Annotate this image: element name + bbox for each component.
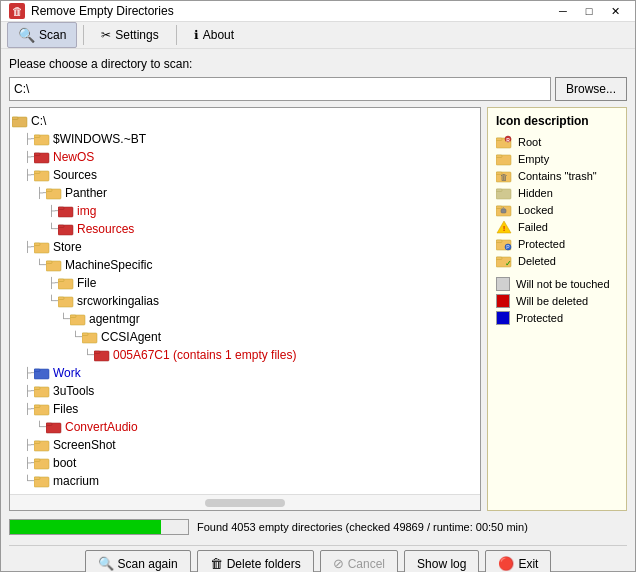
icon-description-panel: Icon description R Root [487,107,627,511]
main-area: C:\ ├─ $WINDOWS.~BT [9,107,627,511]
app-icon: 🗑 [9,3,25,19]
cancel-button[interactable]: ⊘ Cancel [320,550,398,572]
delete-folders-button[interactable]: 🗑 Delete folders [197,550,314,572]
svg-text:R: R [506,137,510,143]
legend-protected-color-label: Protected [516,312,563,324]
tree-row[interactable]: └─ MachineSpecific [10,256,480,274]
tree-row[interactable]: ├─ Store [10,238,480,256]
folder-icon [34,474,50,488]
progress-area: Found 4053 empty directories (checked 49… [9,517,627,537]
tree-row[interactable]: └─ srcworkingalias [10,292,480,310]
svg-rect-24 [70,315,76,318]
svg-rect-36 [46,423,52,426]
show-log-button[interactable]: Show log [404,550,479,572]
folder-icon-blue [34,366,50,380]
svg-rect-4 [34,135,40,138]
about-button[interactable]: ℹ About [183,23,245,47]
folder-icon-red [34,150,50,164]
legend-not-touched-label: Will not be touched [516,278,610,290]
tree-row[interactable]: └─ CCSIAgent [10,328,480,346]
browse-button[interactable]: Browse... [555,77,627,101]
folder-icon [46,258,62,272]
tree-row[interactable]: ├─ boot [10,454,480,472]
tree-row[interactable]: ├─ img [10,202,480,220]
svg-rect-48 [496,155,502,158]
close-button[interactable]: ✕ [603,1,627,21]
settings-button[interactable]: ✂ Settings [90,23,169,47]
tree-row[interactable]: ├─ Files [10,400,480,418]
folder-icon-red [94,348,110,362]
legend-protected-color: Protected [496,311,618,325]
failed-icon: ! [496,220,512,234]
folder-icon [34,456,50,470]
directory-row: Browse... [9,77,627,101]
root-icon: R [496,135,512,149]
tree-row[interactable]: └─ ConvertAudio [10,418,480,436]
svg-text:🗑: 🗑 [500,173,508,182]
tree-row[interactable]: ├─ ScreenShot [10,436,480,454]
legend-locked: Locked [496,203,618,217]
svg-rect-28 [94,351,100,354]
svg-rect-60 [496,240,502,243]
folder-icon [34,240,50,254]
tree-row[interactable]: └─ macrium [10,472,480,490]
legend-hidden-label: Hidden [518,187,553,199]
main-window: 🗑 Remove Empty Directories ─ □ ✕ 🔍 Scan … [0,0,636,572]
tree-scroll[interactable]: C:\ ├─ $WINDOWS.~BT [10,108,480,494]
legend-failed-label: Failed [518,221,548,233]
folder-icon-red [58,204,74,218]
progress-text: Found 4053 empty directories (checked 49… [197,521,528,533]
folder-icon [34,168,50,182]
tree-row[interactable]: └─ 005A67C1 (contains 1 empty files) [10,346,480,364]
svg-rect-2 [12,117,27,127]
settings-icon: ✂ [101,28,111,42]
tree-row[interactable]: ├─ Sources [10,166,480,184]
legend-root-label: Root [518,136,541,148]
show-log-label: Show log [417,557,466,571]
tree-row[interactable]: ├─ $WINDOWS.~BT [10,130,480,148]
tree-row[interactable]: ├─ NewOS [10,148,480,166]
icon-panel-title: Icon description [496,114,618,128]
folder-icon-red [58,222,74,236]
legend-will-delete-label: Will be deleted [516,295,588,307]
about-label: About [203,28,234,42]
action-bar: 🔍 Scan again 🗑 Delete folders ⊘ Cancel S… [9,545,627,572]
directory-input[interactable] [9,77,551,101]
tree-row[interactable]: ├─ Work [10,364,480,382]
svg-rect-14 [58,225,64,228]
tree-row[interactable]: └─ agentmgr [10,310,480,328]
tree-horizontal-scrollbar[interactable] [10,494,480,510]
settings-label: Settings [115,28,158,42]
window-controls: ─ □ ✕ [551,1,627,21]
tree-row[interactable]: C:\ [10,112,480,130]
folder-icon [12,114,28,128]
color-legend: Will not be touched Will be deleted Prot… [496,277,618,325]
h-scroll-thumb[interactable] [205,499,285,507]
maximize-button[interactable]: □ [577,1,601,21]
protected-icon: P [496,237,512,251]
scan-button[interactable]: 🔍 Scan [7,22,77,48]
tree-row[interactable]: └─ Resources [10,220,480,238]
scan-again-button[interactable]: 🔍 Scan again [85,550,191,572]
exit-button[interactable]: 🔴 Exit [485,550,551,572]
svg-rect-8 [34,171,40,174]
tree-row[interactable]: ├─ 3uTools [10,382,480,400]
folder-icon [34,402,50,416]
folder-icon [82,330,98,344]
svg-rect-12 [58,207,64,210]
scan-label: Scan [39,28,66,42]
legend-trash: 🗑 Contains "trash" [496,169,618,183]
scan-again-label: Scan again [118,557,178,571]
svg-rect-64 [496,257,502,260]
tree-row[interactable]: ├─ Panther [10,184,480,202]
trash-icon: 🗑 [496,169,512,183]
legend-hidden: Hidden [496,186,618,200]
legend-empty: Empty [496,152,618,166]
minimize-button[interactable]: ─ [551,1,575,21]
exit-icon: 🔴 [498,556,514,571]
legend-deleted: ✓ Deleted [496,254,618,268]
scan-again-icon: 🔍 [98,556,114,571]
tree-row[interactable]: ├─ File [10,274,480,292]
legend-failed: ! Failed [496,220,618,234]
folder-icon [34,132,50,146]
